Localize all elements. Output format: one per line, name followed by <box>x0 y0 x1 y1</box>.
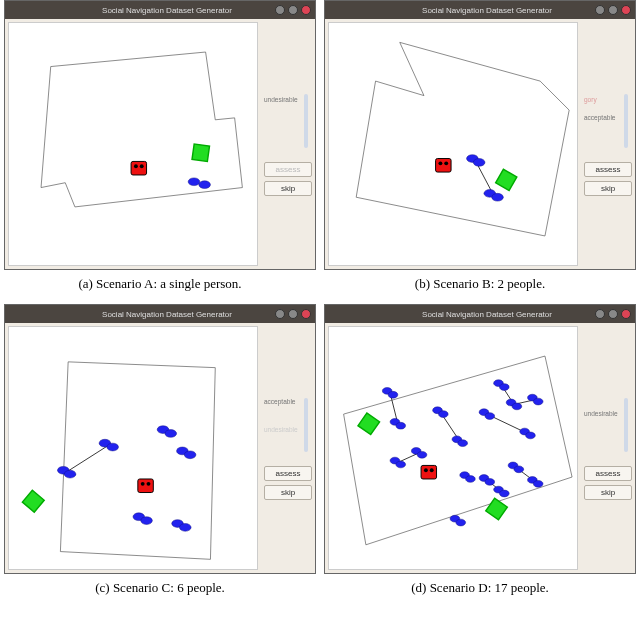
rating-slider[interactable]: undesirable <box>584 396 632 456</box>
slider-label-faded: gory <box>584 96 597 103</box>
assess-button[interactable]: assess <box>584 162 632 177</box>
maximize-icon[interactable] <box>288 5 298 15</box>
title-bar: Social Navigation Dataset Generator <box>5 1 315 19</box>
svg-rect-18 <box>22 490 44 512</box>
svg-point-60 <box>526 432 536 439</box>
app-body: gory acceptable assess skip <box>325 19 635 269</box>
slider-label-acceptable: acceptable <box>264 398 295 405</box>
window-title: Social Navigation Dataset Generator <box>59 6 275 15</box>
close-icon[interactable] <box>621 5 631 15</box>
slider-track-icon <box>624 398 628 452</box>
svg-point-41 <box>424 468 428 472</box>
minimize-icon[interactable] <box>595 5 605 15</box>
app-body: acceptable undesirable assess skip <box>5 323 315 573</box>
minimize-icon[interactable] <box>275 309 285 319</box>
title-bar: Social Navigation Dataset Generator <box>325 1 635 19</box>
slider-track-icon <box>624 94 628 148</box>
title-bar: Social Navigation Dataset Generator <box>5 305 315 323</box>
svg-point-17 <box>147 482 151 486</box>
svg-point-64 <box>466 476 476 483</box>
svg-point-70 <box>396 461 406 468</box>
svg-point-24 <box>165 430 177 438</box>
svg-rect-44 <box>486 498 508 520</box>
caption-c: (c) Scenario C: 6 people. <box>0 574 320 608</box>
panel-a: Social Navigation Dataset Generator <box>0 0 320 270</box>
svg-rect-40 <box>421 465 436 479</box>
caption-d: (d) Scenario D: 17 people. <box>320 574 640 608</box>
robot-icon <box>436 159 451 173</box>
svg-rect-4 <box>192 144 209 161</box>
svg-marker-0 <box>41 52 242 207</box>
people-icons <box>382 380 543 526</box>
side-panel: gory acceptable assess skip <box>581 19 635 269</box>
svg-point-46 <box>388 391 398 398</box>
svg-point-30 <box>179 524 191 532</box>
skip-button[interactable]: skip <box>584 181 632 196</box>
slider-track-icon <box>304 398 308 452</box>
person-icon <box>188 178 210 189</box>
slider-label-undesirable: undesirable <box>584 410 618 417</box>
svg-rect-43 <box>358 413 380 435</box>
window-controls <box>275 309 311 319</box>
svg-rect-1 <box>131 161 146 175</box>
title-bar: Social Navigation Dataset Generator <box>325 305 635 323</box>
maximize-icon[interactable] <box>288 309 298 319</box>
side-panel: undesirable assess skip <box>581 323 635 573</box>
rating-slider[interactable]: undesirable <box>264 92 312 152</box>
minimize-icon[interactable] <box>275 5 285 15</box>
rating-slider[interactable]: acceptable undesirable <box>264 396 312 456</box>
svg-point-42 <box>430 468 434 472</box>
person-icon <box>492 193 504 201</box>
window-title: Social Navigation Dataset Generator <box>379 310 595 319</box>
maximize-icon[interactable] <box>608 309 618 319</box>
app-window-d: Social Navigation Dataset Generator <box>324 304 636 574</box>
svg-marker-7 <box>356 42 569 236</box>
minimize-icon[interactable] <box>595 309 605 319</box>
svg-point-50 <box>438 411 448 418</box>
slider-label-undesirable: undesirable <box>264 96 298 103</box>
skip-button[interactable]: skip <box>264 181 312 196</box>
rating-slider[interactable]: gory acceptable <box>584 92 632 152</box>
svg-point-74 <box>514 466 524 473</box>
svg-rect-8 <box>436 159 451 173</box>
slider-label-undesirable: undesirable <box>264 426 298 433</box>
goal-icon <box>496 169 517 190</box>
robot-icon <box>131 161 146 175</box>
skip-button[interactable]: skip <box>584 485 632 500</box>
svg-point-26 <box>184 451 196 459</box>
panel-d: Social Navigation Dataset Generator <box>320 304 640 574</box>
svg-point-9 <box>438 161 442 165</box>
person-icon <box>473 159 485 167</box>
panel-c: Social Navigation Dataset Generator <box>0 304 320 574</box>
window-title: Social Navigation Dataset Generator <box>59 310 275 319</box>
svg-point-62 <box>533 398 543 405</box>
svg-point-76 <box>533 480 543 487</box>
svg-point-66 <box>485 478 495 485</box>
slider-track-icon <box>304 94 308 148</box>
close-icon[interactable] <box>621 309 631 319</box>
svg-point-3 <box>140 164 144 168</box>
assess-button[interactable]: assess <box>264 466 312 481</box>
close-icon[interactable] <box>301 5 311 15</box>
svg-point-56 <box>512 403 522 410</box>
goal-icon <box>22 490 44 512</box>
robot-icon <box>138 479 153 493</box>
window-controls <box>595 309 631 319</box>
scene-canvas-c <box>8 326 258 570</box>
skip-button[interactable]: skip <box>264 485 312 500</box>
svg-point-28 <box>141 517 153 525</box>
svg-point-2 <box>134 164 138 168</box>
slider-label-acceptable: acceptable <box>584 114 615 121</box>
svg-point-58 <box>499 384 509 391</box>
maximize-icon[interactable] <box>608 5 618 15</box>
figure-grid: Social Navigation Dataset Generator <box>0 0 640 608</box>
svg-point-20 <box>64 470 76 478</box>
scene-canvas-a <box>8 22 258 266</box>
svg-point-68 <box>499 490 509 497</box>
assess-button[interactable]: assess <box>264 162 312 177</box>
app-window-a: Social Navigation Dataset Generator <box>4 0 316 270</box>
assess-button[interactable]: assess <box>584 466 632 481</box>
close-icon[interactable] <box>301 309 311 319</box>
svg-point-54 <box>485 413 495 420</box>
window-controls <box>275 5 311 15</box>
